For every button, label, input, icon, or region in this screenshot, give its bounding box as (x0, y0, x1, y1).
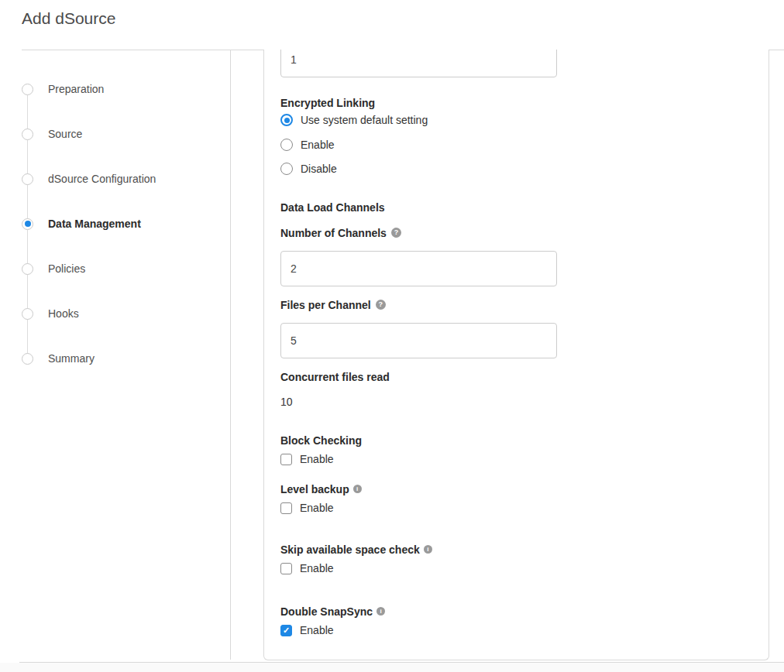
wizard-stepper: Preparation Source dSource Configuration… (0, 50, 230, 660)
step-label: Source (48, 128, 82, 140)
radio-enable[interactable]: Enable (280, 137, 335, 153)
info-icon[interactable]: i (377, 607, 385, 615)
step-label: Hooks (48, 307, 79, 320)
sidebar-divider (230, 50, 231, 660)
skip-available-space-check-label: Skip available space check i (280, 543, 432, 556)
footer-strip (0, 663, 784, 672)
step-label: Data Management (48, 218, 141, 230)
info-icon[interactable]: i (353, 485, 362, 493)
concurrent-files-read-value: 10 (280, 396, 293, 408)
label-text: Double SnapSync (280, 605, 373, 618)
step-circle-icon (22, 84, 33, 95)
step-label: Summary (48, 352, 95, 365)
step-preparation[interactable]: Preparation (22, 81, 104, 97)
skip-available-space-check-enable-checkbox[interactable]: ✓ Enable (280, 561, 334, 576)
level-backup-enable-checkbox[interactable]: ✓ Enable (280, 500, 334, 516)
checkbox-label: Enable (300, 562, 334, 574)
radio-icon[interactable] (280, 114, 293, 126)
radio-label: Enable (301, 139, 335, 151)
data-load-channels-section-label: Data Load Channels (280, 201, 385, 214)
add-dsource-wizard: Add dSource Preparation Source dSource C… (0, 0, 784, 672)
number-of-channels-input[interactable] (280, 251, 557, 286)
step-circle-icon (22, 218, 33, 230)
encrypted-linking-label: Encrypted Linking (280, 96, 375, 109)
active-step-dot (25, 221, 31, 227)
level-backup-label: Level backup i (280, 482, 362, 495)
step-label: Policies (48, 262, 85, 275)
help-icon[interactable]: ? (391, 228, 401, 238)
step-label: Preparation (48, 83, 104, 95)
info-icon[interactable]: i (424, 545, 432, 554)
step-label: dSource Configuration (48, 173, 156, 185)
number-of-channels-label: Number of Channels ? (280, 226, 401, 239)
checkmark-icon: ✓ (283, 626, 290, 635)
step-source[interactable]: Source (22, 126, 82, 142)
step-dsource-configuration[interactable]: dSource Configuration (22, 171, 156, 187)
checkbox-label: Enable (300, 453, 334, 465)
double-snapsync-label: Double SnapSync i (280, 605, 385, 618)
radio-disable[interactable]: Disable (280, 161, 337, 177)
checkbox-label: Enable (300, 624, 334, 636)
radio-icon[interactable] (280, 163, 293, 175)
step-summary[interactable]: Summary (22, 351, 95, 366)
radio-use-system-default[interactable]: Use system default setting (280, 112, 428, 128)
checkbox-icon[interactable]: ✓ (280, 625, 292, 636)
top-number-input[interactable] (280, 50, 557, 77)
help-icon[interactable]: ? (376, 300, 386, 310)
checkbox-icon[interactable]: ✓ (280, 563, 292, 574)
radio-label: Disable (301, 163, 337, 175)
radio-dot (284, 118, 290, 123)
label-text: Level backup (280, 483, 349, 495)
radio-icon[interactable] (280, 139, 293, 151)
double-snapsync-enable-checkbox[interactable]: ✓ Enable (280, 622, 334, 638)
step-circle-icon (22, 263, 33, 275)
checkbox-icon[interactable]: ✓ (280, 502, 292, 514)
data-management-form-panel: Encrypted Linking Use system default set… (263, 50, 769, 660)
checkbox-icon[interactable]: ✓ (280, 454, 292, 465)
label-text: Skip available space check (280, 543, 420, 556)
step-data-management[interactable]: Data Management (22, 216, 141, 231)
step-circle-icon (22, 173, 33, 185)
radio-label: Use system default setting (301, 114, 428, 126)
step-hooks[interactable]: Hooks (22, 306, 79, 321)
label-text: Files per Channel (280, 299, 371, 311)
step-circle-icon (22, 308, 33, 320)
block-checking-enable-checkbox[interactable]: ✓ Enable (280, 451, 334, 467)
concurrent-files-read-label: Concurrent files read (280, 370, 390, 383)
step-policies[interactable]: Policies (22, 261, 85, 276)
label-text: Number of Channels (280, 227, 387, 239)
block-checking-label: Block Checking (280, 434, 362, 447)
checkbox-label: Enable (300, 502, 334, 514)
step-circle-icon (22, 129, 33, 140)
step-circle-icon (22, 353, 33, 365)
page-title: Add dSource (22, 9, 115, 28)
files-per-channel-label: Files per Channel ? (280, 298, 386, 311)
files-per-channel-input[interactable] (280, 323, 557, 358)
